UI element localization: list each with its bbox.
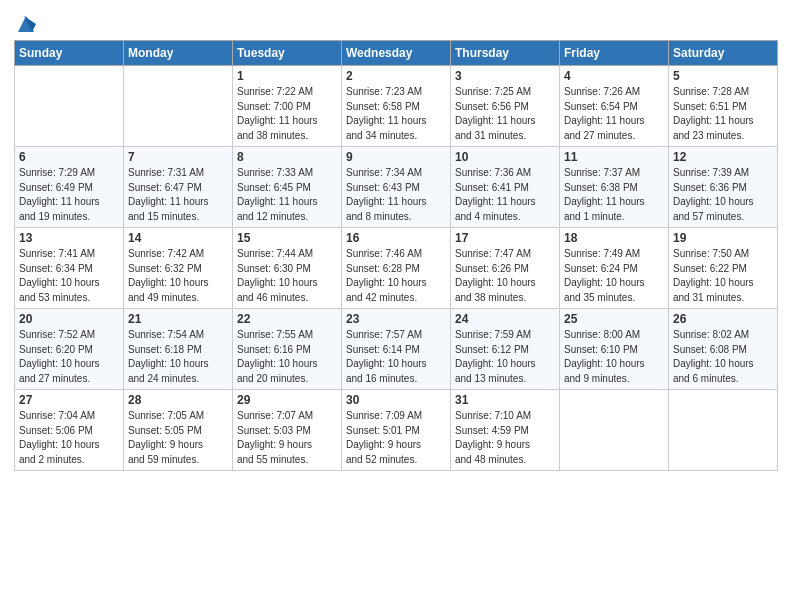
day-number: 8	[237, 150, 337, 164]
page-container: SundayMondayTuesdayWednesdayThursdayFrid…	[0, 0, 792, 481]
week-row-4: 20Sunrise: 7:52 AMSunset: 6:20 PMDayligh…	[15, 309, 778, 390]
day-number: 31	[455, 393, 555, 407]
day-number: 26	[673, 312, 773, 326]
col-header-saturday: Saturday	[669, 41, 778, 66]
day-info: Sunrise: 7:50 AMSunset: 6:22 PMDaylight:…	[673, 247, 773, 305]
calendar-cell: 14Sunrise: 7:42 AMSunset: 6:32 PMDayligh…	[124, 228, 233, 309]
calendar-cell: 3Sunrise: 7:25 AMSunset: 6:56 PMDaylight…	[451, 66, 560, 147]
day-number: 1	[237, 69, 337, 83]
day-number: 24	[455, 312, 555, 326]
col-header-wednesday: Wednesday	[342, 41, 451, 66]
day-info: Sunrise: 7:49 AMSunset: 6:24 PMDaylight:…	[564, 247, 664, 305]
day-number: 6	[19, 150, 119, 164]
day-number: 17	[455, 231, 555, 245]
calendar-cell: 13Sunrise: 7:41 AMSunset: 6:34 PMDayligh…	[15, 228, 124, 309]
calendar-cell: 24Sunrise: 7:59 AMSunset: 6:12 PMDayligh…	[451, 309, 560, 390]
calendar-cell: 15Sunrise: 7:44 AMSunset: 6:30 PMDayligh…	[233, 228, 342, 309]
day-number: 23	[346, 312, 446, 326]
calendar-cell: 25Sunrise: 8:00 AMSunset: 6:10 PMDayligh…	[560, 309, 669, 390]
calendar-cell: 30Sunrise: 7:09 AMSunset: 5:01 PMDayligh…	[342, 390, 451, 471]
day-info: Sunrise: 7:25 AMSunset: 6:56 PMDaylight:…	[455, 85, 555, 143]
day-info: Sunrise: 7:26 AMSunset: 6:54 PMDaylight:…	[564, 85, 664, 143]
day-info: Sunrise: 7:28 AMSunset: 6:51 PMDaylight:…	[673, 85, 773, 143]
day-info: Sunrise: 7:33 AMSunset: 6:45 PMDaylight:…	[237, 166, 337, 224]
day-number: 15	[237, 231, 337, 245]
calendar-cell	[669, 390, 778, 471]
calendar-cell: 20Sunrise: 7:52 AMSunset: 6:20 PMDayligh…	[15, 309, 124, 390]
day-number: 4	[564, 69, 664, 83]
calendar-cell: 26Sunrise: 8:02 AMSunset: 6:08 PMDayligh…	[669, 309, 778, 390]
calendar-cell	[15, 66, 124, 147]
day-info: Sunrise: 7:52 AMSunset: 6:20 PMDaylight:…	[19, 328, 119, 386]
calendar-cell: 19Sunrise: 7:50 AMSunset: 6:22 PMDayligh…	[669, 228, 778, 309]
calendar-cell: 21Sunrise: 7:54 AMSunset: 6:18 PMDayligh…	[124, 309, 233, 390]
day-number: 30	[346, 393, 446, 407]
day-info: Sunrise: 7:47 AMSunset: 6:26 PMDaylight:…	[455, 247, 555, 305]
calendar-cell: 7Sunrise: 7:31 AMSunset: 6:47 PMDaylight…	[124, 147, 233, 228]
day-info: Sunrise: 7:37 AMSunset: 6:38 PMDaylight:…	[564, 166, 664, 224]
day-number: 3	[455, 69, 555, 83]
day-number: 27	[19, 393, 119, 407]
day-info: Sunrise: 7:05 AMSunset: 5:05 PMDaylight:…	[128, 409, 228, 467]
week-row-5: 27Sunrise: 7:04 AMSunset: 5:06 PMDayligh…	[15, 390, 778, 471]
calendar-cell: 27Sunrise: 7:04 AMSunset: 5:06 PMDayligh…	[15, 390, 124, 471]
day-number: 13	[19, 231, 119, 245]
day-info: Sunrise: 7:04 AMSunset: 5:06 PMDaylight:…	[19, 409, 119, 467]
calendar-cell: 22Sunrise: 7:55 AMSunset: 6:16 PMDayligh…	[233, 309, 342, 390]
calendar-table: SundayMondayTuesdayWednesdayThursdayFrid…	[14, 40, 778, 471]
day-info: Sunrise: 8:00 AMSunset: 6:10 PMDaylight:…	[564, 328, 664, 386]
calendar-cell	[560, 390, 669, 471]
day-info: Sunrise: 7:10 AMSunset: 4:59 PMDaylight:…	[455, 409, 555, 467]
calendar-cell: 11Sunrise: 7:37 AMSunset: 6:38 PMDayligh…	[560, 147, 669, 228]
calendar-cell: 10Sunrise: 7:36 AMSunset: 6:41 PMDayligh…	[451, 147, 560, 228]
calendar-cell: 31Sunrise: 7:10 AMSunset: 4:59 PMDayligh…	[451, 390, 560, 471]
day-number: 5	[673, 69, 773, 83]
calendar-cell: 18Sunrise: 7:49 AMSunset: 6:24 PMDayligh…	[560, 228, 669, 309]
header-row: SundayMondayTuesdayWednesdayThursdayFrid…	[15, 41, 778, 66]
day-number: 20	[19, 312, 119, 326]
day-info: Sunrise: 8:02 AMSunset: 6:08 PMDaylight:…	[673, 328, 773, 386]
calendar-cell: 12Sunrise: 7:39 AMSunset: 6:36 PMDayligh…	[669, 147, 778, 228]
day-number: 29	[237, 393, 337, 407]
week-row-1: 1Sunrise: 7:22 AMSunset: 7:00 PMDaylight…	[15, 66, 778, 147]
day-number: 14	[128, 231, 228, 245]
day-info: Sunrise: 7:23 AMSunset: 6:58 PMDaylight:…	[346, 85, 446, 143]
day-info: Sunrise: 7:22 AMSunset: 7:00 PMDaylight:…	[237, 85, 337, 143]
logo	[14, 14, 36, 32]
col-header-thursday: Thursday	[451, 41, 560, 66]
calendar-cell: 16Sunrise: 7:46 AMSunset: 6:28 PMDayligh…	[342, 228, 451, 309]
day-number: 12	[673, 150, 773, 164]
calendar-cell: 2Sunrise: 7:23 AMSunset: 6:58 PMDaylight…	[342, 66, 451, 147]
week-row-2: 6Sunrise: 7:29 AMSunset: 6:49 PMDaylight…	[15, 147, 778, 228]
day-info: Sunrise: 7:54 AMSunset: 6:18 PMDaylight:…	[128, 328, 228, 386]
header	[14, 10, 778, 32]
day-info: Sunrise: 7:09 AMSunset: 5:01 PMDaylight:…	[346, 409, 446, 467]
calendar-cell: 23Sunrise: 7:57 AMSunset: 6:14 PMDayligh…	[342, 309, 451, 390]
day-number: 7	[128, 150, 228, 164]
calendar-cell: 4Sunrise: 7:26 AMSunset: 6:54 PMDaylight…	[560, 66, 669, 147]
day-number: 10	[455, 150, 555, 164]
day-info: Sunrise: 7:07 AMSunset: 5:03 PMDaylight:…	[237, 409, 337, 467]
day-info: Sunrise: 7:44 AMSunset: 6:30 PMDaylight:…	[237, 247, 337, 305]
day-number: 19	[673, 231, 773, 245]
calendar-cell: 17Sunrise: 7:47 AMSunset: 6:26 PMDayligh…	[451, 228, 560, 309]
day-info: Sunrise: 7:46 AMSunset: 6:28 PMDaylight:…	[346, 247, 446, 305]
day-info: Sunrise: 7:29 AMSunset: 6:49 PMDaylight:…	[19, 166, 119, 224]
col-header-monday: Monday	[124, 41, 233, 66]
col-header-friday: Friday	[560, 41, 669, 66]
week-row-3: 13Sunrise: 7:41 AMSunset: 6:34 PMDayligh…	[15, 228, 778, 309]
day-number: 9	[346, 150, 446, 164]
day-info: Sunrise: 7:36 AMSunset: 6:41 PMDaylight:…	[455, 166, 555, 224]
logo-icon	[16, 14, 36, 34]
calendar-cell: 29Sunrise: 7:07 AMSunset: 5:03 PMDayligh…	[233, 390, 342, 471]
day-info: Sunrise: 7:59 AMSunset: 6:12 PMDaylight:…	[455, 328, 555, 386]
col-header-sunday: Sunday	[15, 41, 124, 66]
day-number: 28	[128, 393, 228, 407]
calendar-cell: 8Sunrise: 7:33 AMSunset: 6:45 PMDaylight…	[233, 147, 342, 228]
day-info: Sunrise: 7:31 AMSunset: 6:47 PMDaylight:…	[128, 166, 228, 224]
calendar-cell: 28Sunrise: 7:05 AMSunset: 5:05 PMDayligh…	[124, 390, 233, 471]
day-info: Sunrise: 7:34 AMSunset: 6:43 PMDaylight:…	[346, 166, 446, 224]
calendar-cell: 6Sunrise: 7:29 AMSunset: 6:49 PMDaylight…	[15, 147, 124, 228]
day-number: 21	[128, 312, 228, 326]
day-number: 25	[564, 312, 664, 326]
